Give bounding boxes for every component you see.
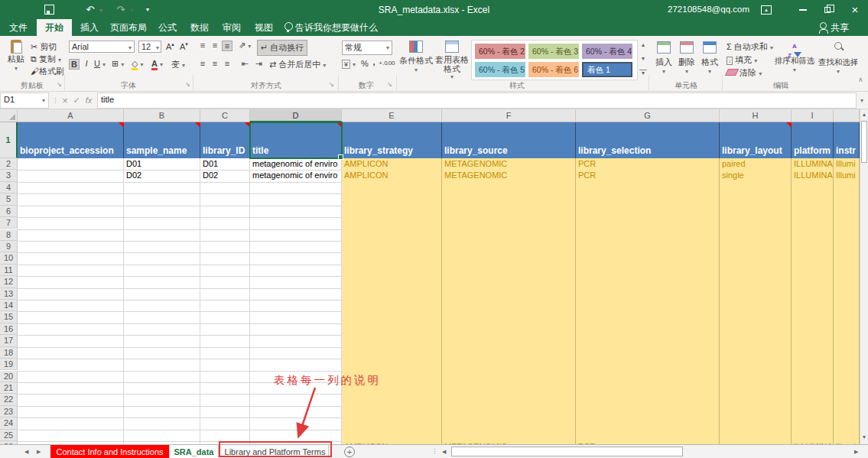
paste-button[interactable]: 粘贴 ▾ xyxy=(5,40,28,72)
cell-H2[interactable]: paired xyxy=(720,158,792,170)
sheet-nav-right-icon[interactable]: ▶ xyxy=(37,449,41,455)
align-center-button[interactable]: ≡ xyxy=(210,59,220,68)
header-cell-library_ID[interactable]: library_ID xyxy=(200,122,250,158)
font-name-combo[interactable]: Arial▾ xyxy=(69,41,135,53)
cell-B2[interactable]: D01 xyxy=(124,158,200,170)
align-right-button[interactable]: ≡ xyxy=(222,59,232,68)
tab-review[interactable]: 审阅 xyxy=(217,19,246,36)
cell-G3[interactable]: PCR xyxy=(576,170,720,181)
gallery-more-icon[interactable]: ▼ xyxy=(639,70,647,76)
hscroll-right-icon[interactable]: ▶ xyxy=(854,449,858,455)
header-cell-platform[interactable]: platform xyxy=(792,122,834,158)
name-box-splitter[interactable]: ⋮ xyxy=(52,96,59,104)
vertical-scrollbar[interactable]: ▲ ▼ xyxy=(860,109,868,444)
sort-filter-button[interactable]: AZ 排序和筛选▾ xyxy=(774,41,815,73)
cell-G2[interactable]: PCR xyxy=(576,158,720,170)
header-cell-bioproject_accession[interactable]: bioproject_accession xyxy=(18,122,124,158)
cell-C3[interactable]: D02 xyxy=(200,170,250,181)
fill-color-button[interactable]: ◇ ▾ xyxy=(132,59,144,69)
gallery-scroll-up-icon[interactable]: ▲ xyxy=(639,42,647,47)
tab-data[interactable]: 数据 xyxy=(185,19,214,36)
header-cell-library_layout[interactable]: library_layout xyxy=(720,122,792,158)
sheet-tab-sra-data[interactable]: SRA_data xyxy=(170,445,219,458)
shrink-font-button[interactable]: A▾ xyxy=(180,41,188,51)
column-header-C[interactable]: C xyxy=(200,109,250,122)
column-header-E[interactable]: E xyxy=(342,109,442,122)
cell-F2[interactable]: METAGENOMIC xyxy=(442,158,576,170)
delete-cells-button[interactable]: 删除▾ xyxy=(676,41,697,75)
row-number-4[interactable]: 4 xyxy=(0,182,18,193)
collapse-ribbon-button[interactable]: ∧ xyxy=(858,76,863,83)
column-header-I[interactable]: I xyxy=(792,109,834,122)
conditional-formatting-button[interactable]: 条件格式▾ xyxy=(399,41,433,73)
scroll-down-icon[interactable]: ▼ xyxy=(860,434,868,440)
number-dialog-launcher[interactable]: ↘ xyxy=(387,81,392,88)
font-dialog-launcher[interactable]: ↘ xyxy=(185,81,190,88)
cell-D3[interactable]: metagenomic of enviro xyxy=(250,170,342,181)
orientation-button[interactable]: ⇗ ▾ xyxy=(239,41,251,50)
header-cell-library_source[interactable]: library_source xyxy=(442,122,576,158)
comma-style-button[interactable]: , xyxy=(370,57,378,67)
row-number-21[interactable]: 21 xyxy=(0,382,18,394)
cell-style-swatch[interactable]: 60% - 着色 2 xyxy=(475,44,525,59)
row-number-18[interactable]: 18 xyxy=(0,347,18,359)
row-number-1[interactable]: 1 xyxy=(0,122,18,158)
format-as-table-button[interactable]: 套用表格格式▾ xyxy=(434,41,470,80)
alignment-dialog-launcher[interactable]: ↘ xyxy=(329,81,334,88)
font-size-combo[interactable]: 12▾ xyxy=(138,41,161,53)
row-number-12[interactable]: 12 xyxy=(0,276,18,287)
row-number-23[interactable]: 23 xyxy=(0,406,18,417)
cell-H3[interactable]: single xyxy=(720,170,792,181)
row-number-16[interactable]: 16 xyxy=(0,323,18,335)
row-number-24[interactable]: 24 xyxy=(0,417,18,429)
cell-style-swatch[interactable]: 60% - 着色 4 xyxy=(582,44,632,59)
cell-J3[interactable]: Illumi xyxy=(834,170,860,181)
expand-formula-bar-icon[interactable]: ▾ xyxy=(860,97,863,104)
accounting-format-button[interactable]: ¥ ▾ xyxy=(342,59,356,68)
clipboard-dialog-launcher[interactable]: ↘ xyxy=(57,81,62,88)
horizontal-scroll-thumb[interactable] xyxy=(451,447,683,456)
phonetic-guide-button[interactable]: 变 ▾ xyxy=(171,59,185,70)
bottom-align-button[interactable]: ≡ xyxy=(222,41,232,51)
row-number-9[interactable]: 9 xyxy=(0,241,18,252)
merge-center-button[interactable]: ⇄ 合并后居中 ▾ xyxy=(269,59,326,70)
autosum-button[interactable]: Σ 自动求和 ▾ xyxy=(727,41,773,53)
row-number-5[interactable]: 5 xyxy=(0,193,18,205)
restore-button[interactable] xyxy=(817,0,840,6)
underline-button[interactable]: U xyxy=(93,59,102,68)
formula-input[interactable]: title xyxy=(97,93,857,109)
cancel-button[interactable]: × xyxy=(60,93,70,108)
row-number-13[interactable]: 13 xyxy=(0,288,18,300)
close-button[interactable]: × xyxy=(842,0,868,19)
font-color-button[interactable]: A ▾ xyxy=(151,59,163,68)
row-number-25[interactable]: 25 xyxy=(0,430,18,441)
row-number-11[interactable]: 11 xyxy=(0,265,18,276)
insert-cells-button[interactable]: 插入▾ xyxy=(653,41,675,75)
top-align-button[interactable]: ≡ xyxy=(197,41,208,50)
row-number-10[interactable]: 10 xyxy=(0,252,18,264)
sheet-tab-contact-info[interactable]: Contact Info and Instructions xyxy=(50,445,170,458)
header-cell-library_selection[interactable]: library_selection xyxy=(576,122,720,158)
column-header-A[interactable]: A xyxy=(18,109,124,122)
cell-style-swatch[interactable]: 60% - 着色 6 xyxy=(528,62,579,77)
cell-E2[interactable]: AMPLICON xyxy=(342,158,442,170)
share-button[interactable]: 共享 xyxy=(831,19,861,36)
row-number-8[interactable]: 8 xyxy=(0,229,18,241)
scroll-up-icon[interactable]: ▲ xyxy=(860,112,868,117)
account-name[interactable]: 272108548@qq.com xyxy=(658,5,749,14)
tab-page-layout[interactable]: 页面布局 xyxy=(107,19,150,36)
middle-align-button[interactable]: ≡ xyxy=(210,41,220,50)
italic-button[interactable]: I xyxy=(82,59,91,68)
increase-indent-button[interactable]: ⇥ xyxy=(252,59,265,69)
row-number-14[interactable]: 14 xyxy=(0,300,18,311)
column-header-H[interactable]: H xyxy=(720,109,792,122)
vertical-scroll-thumb[interactable] xyxy=(861,121,867,163)
cell-J2[interactable]: Illumi xyxy=(834,158,860,170)
grow-font-button[interactable]: A▴ xyxy=(166,41,174,51)
header-cell-library_strategy[interactable]: library_strategy xyxy=(342,122,442,158)
sheet-nav-left-icon[interactable]: ◀ xyxy=(24,449,28,455)
enter-button[interactable]: ✓ xyxy=(71,93,82,108)
hscroll-left-icon[interactable]: ◀ xyxy=(442,449,446,455)
tab-formulas[interactable]: 公式 xyxy=(153,19,182,36)
cell-style-swatch[interactable]: 着色 1 xyxy=(582,62,632,77)
